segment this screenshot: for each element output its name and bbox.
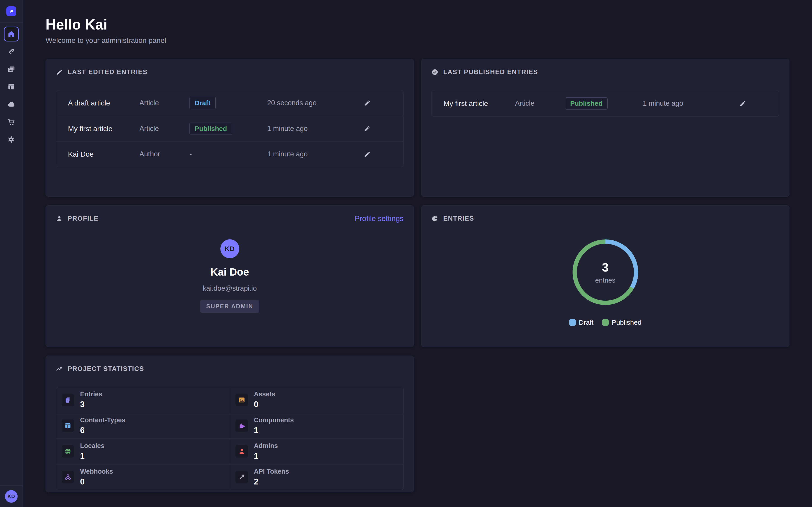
- entry-title: A draft article: [68, 99, 110, 107]
- entry-type: Article: [139, 125, 159, 133]
- stat-tile: [236, 394, 248, 406]
- stat-tile: [62, 419, 74, 432]
- check-circle-icon: [432, 69, 438, 75]
- profile-email: kai.doe@strapi.io: [203, 284, 257, 292]
- card-header: LAST PUBLISHED ENTRIES: [432, 68, 779, 76]
- page-subtitle: Welcome to your administration panel: [46, 36, 790, 45]
- status-cell: Draft: [190, 97, 216, 109]
- profile-body: KD Kai Doe kai.doe@strapi.io SUPER ADMIN: [56, 239, 404, 313]
- sidebar-item-home[interactable]: [4, 26, 19, 42]
- locales-globe-icon: [64, 448, 71, 455]
- last-edited-entries-card: LAST EDITED ENTRIES A draft article Arti…: [46, 59, 414, 197]
- table-row: My first article Article Published 1 min…: [432, 90, 779, 116]
- status-cell: Published: [565, 97, 608, 110]
- stat-value: 0: [254, 400, 275, 409]
- stat-text: Content-Types 6: [80, 416, 125, 435]
- stat-text: Locales 1: [80, 442, 104, 461]
- user-avatar[interactable]: KD: [5, 490, 17, 503]
- stat-tile: [62, 445, 74, 458]
- published-swatch: [602, 319, 609, 326]
- stat-label: Entries: [80, 391, 102, 398]
- draft-swatch: [569, 319, 576, 326]
- card-title: LAST EDITED ENTRIES: [68, 68, 148, 76]
- stat-value: 1: [80, 451, 104, 461]
- components-puzzle-icon: [238, 422, 245, 429]
- stat-value: 0: [80, 477, 113, 487]
- stat-tile: [236, 419, 248, 432]
- status-badge: Draft: [190, 97, 216, 109]
- home-icon: [7, 30, 15, 38]
- sidebar-item-media-library[interactable]: [4, 62, 19, 76]
- last-published-table: My first article Article Published 1 min…: [432, 90, 779, 117]
- entries-donut-chart: 3 entries: [569, 236, 642, 308]
- card-title: ENTRIES: [443, 215, 474, 222]
- sidebar-item-deploy[interactable]: [4, 97, 19, 112]
- status-value: -: [190, 150, 192, 158]
- role-badge: SUPER ADMIN: [200, 300, 259, 313]
- entry-time: 20 seconds ago: [267, 99, 317, 107]
- pencil-icon: [56, 69, 63, 75]
- sidebar-item-marketplace[interactable]: [4, 114, 19, 129]
- last-published-entries-card: LAST PUBLISHED ENTRIES My first article …: [421, 59, 790, 197]
- person-icon: [56, 215, 63, 222]
- profile-settings-link[interactable]: Profile settings: [355, 214, 404, 223]
- card-title: PROJECT STATISTICS: [68, 365, 144, 373]
- content-type-builder-icon: [7, 83, 15, 91]
- stat-text: Admins 1: [254, 442, 278, 461]
- assets-image-icon: [238, 396, 245, 404]
- card-title: PROFILE: [68, 215, 99, 222]
- entry-type: Author: [139, 150, 160, 158]
- status-badge: Published: [190, 123, 232, 135]
- admins-user-icon: [238, 448, 245, 455]
- entry-type: Article: [139, 99, 159, 107]
- legend-item-published: Published: [602, 319, 642, 326]
- page-title: Hello Kai: [46, 17, 790, 33]
- stat-text: Components 1: [254, 416, 294, 435]
- stat-value: 2: [254, 477, 289, 487]
- profile-name: Kai Doe: [210, 266, 249, 278]
- stat-label: Locales: [80, 442, 104, 450]
- entry-title: My first article: [444, 99, 488, 108]
- entries-chart-card: ENTRIES 3 entries: [421, 205, 790, 347]
- edit-entry-button[interactable]: [364, 125, 370, 132]
- legend-item-draft: Draft: [569, 319, 594, 326]
- legend-label: Published: [612, 319, 642, 326]
- main-content: Hello Kai Welcome to your administration…: [23, 0, 812, 507]
- marketplace-cart-icon: [7, 118, 15, 126]
- stat-tile: [62, 471, 74, 483]
- entry-time: 1 minute ago: [643, 99, 683, 108]
- card-title: LAST PUBLISHED ENTRIES: [443, 68, 538, 76]
- stat-cell-api-tokens: API Tokens 2: [230, 464, 404, 490]
- profile-avatar: KD: [220, 239, 239, 258]
- status-badge: Published: [565, 97, 608, 110]
- stat-text: API Tokens 2: [254, 468, 289, 487]
- stat-cell-assets: Assets 0: [230, 387, 404, 413]
- entry-title: My first article: [68, 124, 112, 133]
- strapi-logo[interactable]: [6, 6, 16, 16]
- edit-entry-button[interactable]: [364, 100, 370, 106]
- entries-donut-wrap: 3 entries Draft Publ: [432, 236, 779, 326]
- chart-legend: Draft Published: [569, 319, 642, 326]
- api-tokens-key-icon: [238, 473, 245, 481]
- entry-type: Article: [515, 99, 534, 108]
- stat-cell-locales: Locales 1: [56, 439, 230, 464]
- table-row: Kai Doe Author - 1 minute ago: [56, 141, 403, 167]
- stat-label: Assets: [254, 391, 275, 398]
- sidebar-item-content-type-builder[interactable]: [4, 79, 19, 94]
- card-header: LAST EDITED ENTRIES: [56, 68, 404, 76]
- card-header: ENTRIES: [432, 215, 779, 223]
- stat-cell-webhooks: Webhooks 0: [56, 464, 230, 490]
- pencil-icon: [364, 100, 370, 106]
- stat-label: Webhooks: [80, 468, 113, 475]
- stat-tile: [236, 471, 248, 483]
- media-library-icon: [7, 65, 15, 73]
- stat-text: Entries 3: [80, 391, 102, 409]
- sidebar-item-settings[interactable]: [4, 132, 19, 147]
- edit-entry-button[interactable]: [364, 151, 370, 158]
- pencil-icon: [364, 151, 370, 158]
- stat-text: Assets 0: [254, 391, 275, 409]
- edit-entry-button[interactable]: [740, 100, 746, 107]
- sidebar-item-content-manager[interactable]: [4, 44, 19, 59]
- stat-label: Content-Types: [80, 416, 125, 424]
- entries-file-icon: [64, 396, 71, 404]
